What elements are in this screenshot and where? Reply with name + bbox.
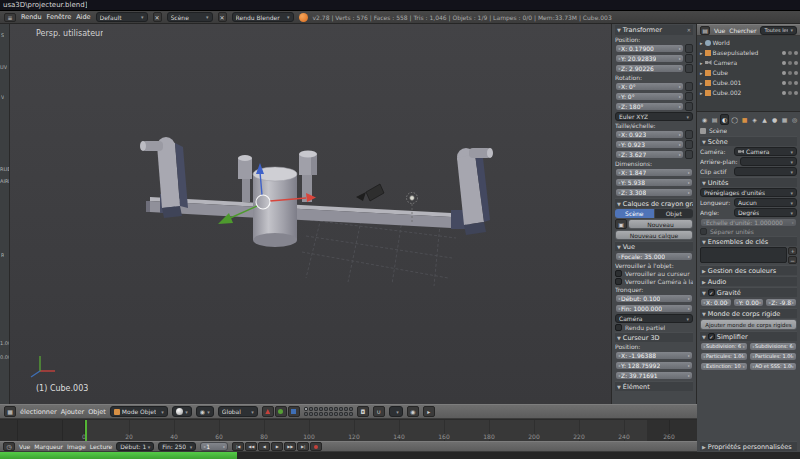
collapse-arrow-icon[interactable]: ▼ (617, 201, 621, 207)
next-keyframe-button[interactable]: ▶▶ (284, 442, 296, 451)
clip-start-field[interactable]: Début: 0.100 (615, 294, 693, 303)
lock-to-scene-icon[interactable]: ◘ (357, 406, 369, 417)
editor-type-icon[interactable]: ▦ (4, 406, 16, 417)
menu-objet[interactable]: Objet (88, 408, 106, 416)
collapse-arrow-icon[interactable]: ▼ (702, 180, 706, 186)
outliner-menu-chercher[interactable]: Chercher (729, 27, 756, 34)
lock-icon[interactable] (685, 92, 693, 101)
select-icon[interactable] (788, 51, 792, 55)
tab-render-icon[interactable]: ◉ (700, 114, 709, 125)
dimensions-y-field[interactable]: Y: 5.938 (615, 178, 693, 187)
editor-type-icon[interactable]: ≡ (4, 13, 16, 22)
shading-dropdown[interactable] (172, 406, 192, 417)
simplify-field[interactable]: Subdivision: 6 (700, 342, 748, 351)
eye-icon[interactable] (782, 81, 786, 85)
select-icon[interactable] (788, 91, 792, 95)
outliner-row-object[interactable]: ▸Cube.002 (700, 88, 798, 97)
scene-selector[interactable]: Scène (167, 12, 213, 22)
collapse-arrow-icon[interactable]: ▼ (617, 335, 621, 341)
orientation-dropdown[interactable]: Global (218, 406, 258, 417)
collapse-arrow-icon[interactable]: ▼ (702, 334, 706, 340)
panel-title[interactable]: Gestion des couleurs (708, 267, 776, 275)
tab-data-icon[interactable]: ● (770, 114, 779, 125)
panel-title[interactable]: Vue (623, 243, 635, 251)
gravity-z-field[interactable]: Z: -9.81 (765, 298, 797, 307)
snap-magnet-icon[interactable]: ∪ (373, 406, 385, 417)
lock-icon[interactable] (685, 140, 693, 149)
panel-title[interactable]: Monde de corps rigide (708, 310, 780, 318)
background-set-dropdown[interactable] (740, 157, 797, 166)
panel-title[interactable]: Élément (623, 383, 650, 391)
expand-icon[interactable]: ▸ (700, 80, 703, 86)
play-reverse-button[interactable]: ◀ (258, 442, 270, 451)
rotation-x-field[interactable]: X: 0° (615, 82, 684, 91)
lock-icon[interactable] (685, 44, 693, 53)
simplify-checkbox[interactable]: ✓ (708, 333, 715, 340)
collapse-arrow-icon[interactable]: ▼ (617, 384, 621, 390)
editor-type-icon[interactable]: ▤ (700, 26, 710, 35)
gpencil-new-button[interactable]: Nouveau (628, 219, 693, 229)
render-icon[interactable] (794, 71, 798, 75)
prev-keyframe-button[interactable]: ◀◀ (245, 442, 257, 451)
separate-units-checkbox[interactable]: Séparer unités (700, 228, 797, 235)
tab-texture-icon[interactable]: ◎ (790, 114, 799, 125)
add-rigidbody-world-button[interactable]: Ajouter monde de corps rigides (700, 319, 797, 330)
collapse-arrow-icon[interactable]: ▼ (702, 239, 706, 245)
select-icon[interactable] (788, 61, 792, 65)
rotate-manipulator-button[interactable] (275, 406, 287, 417)
menu-aide[interactable]: Aide (76, 13, 90, 21)
outliner-row-camera[interactable]: ▸Camera (700, 58, 798, 67)
unit-scale-field[interactable]: Échelle d'unité: 1.000000 (700, 218, 797, 227)
simplify-field[interactable]: Particules: 1.000 (700, 352, 748, 361)
clip-end-field[interactable]: Fin: 1000.000 (615, 304, 693, 313)
tab-render-layers-icon[interactable]: ▤ (710, 114, 719, 125)
outliner-filter-dropdown[interactable]: Toutes les scènes (760, 26, 797, 35)
scale-y-field[interactable]: Y: 0.923 (615, 140, 684, 149)
select-icon[interactable] (788, 81, 792, 85)
active-clip-dropdown[interactable] (734, 167, 797, 176)
expand-icon[interactable]: ▸ (700, 40, 703, 46)
angle-dropdown[interactable]: Degrés (734, 208, 797, 217)
editor-type-icon[interactable]: ◷ (3, 442, 15, 451)
simplify-field[interactable]: Extinction: 10 (700, 362, 748, 371)
eye-icon[interactable] (782, 51, 786, 55)
snap-element-dropdown[interactable] (389, 406, 403, 417)
gravity-y-field[interactable]: Y: 0.00 (733, 298, 765, 307)
rotation-z-field[interactable]: Z: 180° (615, 102, 684, 111)
frame-start-field[interactable]: Début: 1 (116, 442, 154, 451)
add-keying-set-button[interactable]: ＋ (788, 247, 797, 255)
outliner-row-world[interactable]: ▸World (700, 38, 798, 47)
frame-end-field[interactable]: Fin: 250 (158, 442, 196, 451)
expand-icon[interactable]: ▸ (700, 70, 703, 76)
expand-arrow-icon[interactable]: ▶ (702, 279, 706, 285)
layers-widget[interactable] (304, 407, 353, 416)
render-opengl-icon[interactable]: ◉ (407, 406, 419, 417)
lock-icon[interactable] (685, 82, 693, 91)
local-render-checkbox[interactable]: Rendu partiel (615, 324, 693, 331)
focal-length-field[interactable]: Focale: 35.000 (615, 252, 693, 261)
tab-world-icon[interactable]: ◯ (730, 114, 739, 125)
dimensions-x-field[interactable]: X: 1.847 (615, 168, 693, 177)
menu-lecture[interactable]: Lecture (90, 443, 112, 450)
simplify-field[interactable]: AO et SSS: 1.000 (749, 362, 797, 371)
gravity-x-field[interactable]: X: 0.00 (700, 298, 732, 307)
camera-select-dropdown[interactable]: Caméra (615, 314, 693, 323)
panel-close-icon[interactable]: ✕ (687, 27, 691, 33)
tool-shelf-strip[interactable]: S UV V RUBES AIRES R 1.000 0.000 (0, 24, 10, 404)
panel-title[interactable]: Unités (708, 179, 729, 187)
current-frame-marker[interactable] (85, 420, 87, 441)
panel-title[interactable]: Gravité (717, 289, 741, 297)
position-y-field[interactable]: Y: 20.92839 (615, 54, 684, 63)
rotation-mode-dropdown[interactable]: Euler XYZ (615, 112, 693, 121)
screen-layout-selector[interactable]: Default (96, 12, 148, 22)
render-icon[interactable] (794, 91, 798, 95)
panel-title[interactable]: Calques de crayon gras (623, 200, 693, 208)
menu-fenetre[interactable]: Fenêtre (47, 13, 72, 21)
pivot-dropdown[interactable]: ◉ (196, 406, 214, 417)
lock-camera-checkbox[interactable]: Verrouiller Caméra à la vue (615, 278, 693, 285)
position-z-field[interactable]: Z: 2.90226 (615, 64, 684, 73)
menu-ajouter[interactable]: Ajouter (61, 408, 85, 416)
collapse-arrow-icon[interactable]: ▼ (617, 27, 621, 33)
layout-delete-button[interactable]: ✕ (153, 12, 162, 22)
panel-title[interactable]: Ensembles de clés (708, 238, 768, 246)
